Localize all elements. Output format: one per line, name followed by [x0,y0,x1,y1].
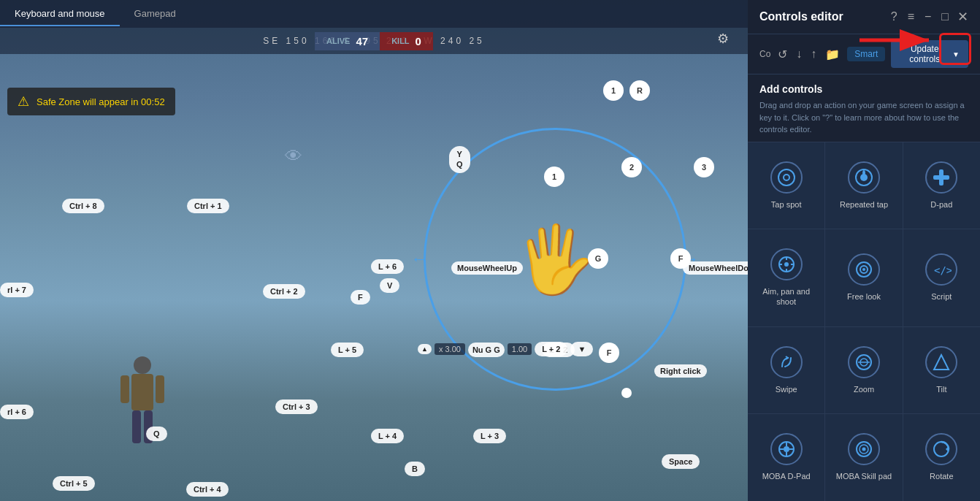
tilt-icon [925,346,957,378]
label-right-click: Right click [654,364,707,378]
question-icon[interactable]: ? [889,9,899,25]
circle-dot-g: G [588,248,608,269]
kill-block: KILL 0 [380,32,433,50]
hand-icon: 🖐 [514,221,596,298]
folder-icon[interactable]: 📁 [824,46,841,63]
control-repeated-tap[interactable]: Repeated tap [825,142,902,229]
svg-point-20 [862,268,865,271]
x3-label: x 3.00 [435,343,465,355]
key-ctrl2[interactable]: Ctrl + 2 [263,284,305,299]
svg-point-0 [134,356,151,374]
warning-text: Safe Zone will appear in 00:52 [37,96,165,107]
tilt-label: Tilt [936,384,946,394]
tab-keyboard[interactable]: Keyboard and mouse [0,2,120,26]
aim-pan-shoot-label: Aim, pan and shoot [754,286,819,307]
control-moba-skill-pad[interactable]: MOBA Skill pad [825,414,902,501]
key-ctrl5[interactable]: Ctrl + 5 [53,476,95,491]
key-ctrl3[interactable]: Ctrl + 3 [275,399,318,414]
hud-stats: ALIVE 47 KILL 0 [315,28,433,54]
maximize-icon[interactable]: □ [940,9,950,25]
control-moba-dpad[interactable]: MOBA D-Pad [748,414,824,501]
close-icon[interactable]: ✕ [957,9,968,25]
free-look-icon [848,253,880,286]
rotate-icon [925,433,957,465]
refresh-icon[interactable]: ↺ [776,46,789,63]
key-space[interactable]: Space [662,454,700,469]
zoom-icon [848,346,880,378]
svg-rect-2 [120,375,129,403]
key-ctrl8[interactable]: Ctrl + 8 [62,199,104,213]
controls-prefix: Co [759,49,770,59]
eye-icon: 👁 [285,146,302,167]
key-ctrl7[interactable]: rl + 7 [0,283,34,297]
sidebar-title: Controls editor [759,10,843,23]
key-l3[interactable]: L + 3 [473,429,506,443]
val1-label: 1.00 [508,343,532,355]
alive-block: ALIVE 47 [315,32,380,50]
control-tap-spot[interactable]: Tap spot [748,142,824,229]
control-rotate[interactable]: Rotate [903,414,980,501]
key-l4[interactable]: L + 4 [371,429,404,443]
download-icon[interactable]: ↓ [795,46,803,62]
svg-rect-11 [933,175,949,180]
key-f1[interactable]: F [351,290,370,305]
character [113,352,172,457]
dot-1-top: 1 [603,80,624,101]
smart-badge: Smart [847,47,885,61]
control-tilt[interactable]: Tilt [903,327,980,414]
menu-icon[interactable]: ≡ [906,9,916,25]
moba-skill-pad-label: MOBA Skill pad [836,471,892,481]
control-swipe[interactable]: Swipe [748,327,824,414]
label-mousewheelup: MouseWheelUp [451,261,523,275]
sidebar: Controls editor ? ≡ − □ ✕ Co ↺ ↓ ↑ 📁 Sma… [748,0,980,501]
scroll-down-arrow: ▼ [570,342,593,356]
sidebar-header: Controls editor ? ≡ − □ ✕ [748,0,980,34]
add-controls-desc: Drag and drop an action on your game scr… [759,99,968,136]
key-l5[interactable]: L + 5 [331,343,364,357]
arrow-left-icon: ← [411,250,427,269]
circle-dot-1: 1 [544,167,564,187]
controls-grid: Tap spot Repeated tap D-pad [748,142,980,502]
control-script[interactable]: </> Script [903,229,980,326]
warning-icon: ⚠ [18,93,29,110]
key-ctrl1[interactable]: Ctrl + 1 [187,199,229,213]
svg-point-34 [862,448,865,451]
key-yq[interactable]: YQ [449,146,470,173]
upload-icon[interactable]: ↑ [809,46,818,62]
svg-point-27 [784,446,789,452]
svg-text:</>: </> [934,264,952,276]
scroll-row: ▲ x 3.00 Nu G G 1.00 L + 2 ▼ [418,342,593,356]
control-zoom[interactable]: Zoom [825,327,902,414]
dpad-label: D-pad [930,199,952,210]
key-l6[interactable]: L + 6 [371,259,404,274]
repeated-tap-label: Repeated tap [840,199,888,210]
update-controls-button[interactable]: Update controls ▼ [891,40,968,68]
l2-scroll[interactable]: L + 2 [535,342,567,356]
script-icon: </> [925,253,957,286]
key-b[interactable]: B [405,462,425,476]
minimize-icon[interactable]: − [923,9,933,25]
control-free-look[interactable]: Free look [825,229,902,326]
free-look-label: Free look [847,291,881,302]
sidebar-header-icons: ? ≡ − □ ✕ [889,9,968,25]
swipe-label: Swipe [776,384,797,394]
controls-row: Co ↺ ↓ ↑ 📁 Smart Update controls ▼ [748,34,980,74]
control-aim-pan-shoot[interactable]: Aim, pan and shoot [748,229,824,326]
settings-icon-hud[interactable]: ⚙ [717,31,738,51]
alive-value: 47 [356,35,368,47]
alive-label: ALIVE [326,37,350,45]
key-v[interactable]: V [380,278,399,293]
key-ctrl6[interactable]: rl + 6 [0,405,34,419]
moba-dpad-label: MOBA D-Pad [762,471,811,481]
key-q[interactable]: Q [146,427,167,441]
game-area: Keyboard and mouse Gamepad SE 150 165 S … [0,0,748,501]
aim-pan-shoot-icon [770,248,803,280]
circle-dot-f2: F [599,343,619,363]
svg-point-17 [784,262,789,267]
tab-gamepad[interactable]: Gamepad [120,2,191,26]
control-dpad[interactable]: D-pad [903,142,980,229]
label-mousewheeldown: MouseWheelDown [683,261,748,275]
warning-bar: ⚠ Safe Zone will appear in 00:52 [7,88,175,115]
zoom-label: Zoom [854,384,874,394]
key-ctrl4[interactable]: Ctrl + 4 [186,482,229,497]
